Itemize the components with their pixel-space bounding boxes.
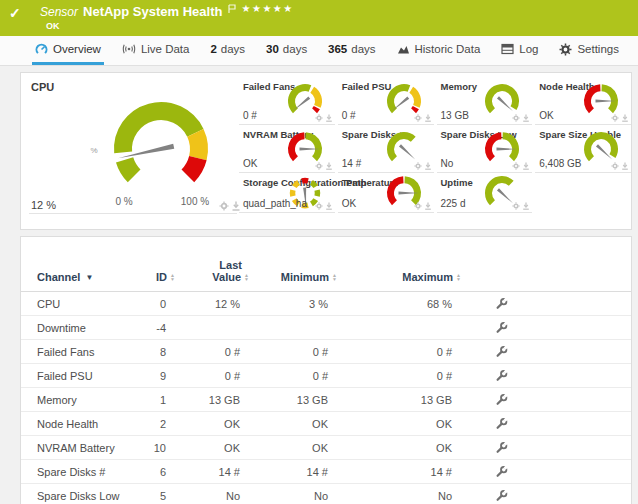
sensor-header: ✓ Sensor NetApp System Health ★★★★★ OK: [0, 0, 638, 36]
channel-id: 2: [137, 418, 175, 430]
channel-settings-gear-icon[interactable]: [414, 114, 422, 122]
table-row[interactable]: Failed PSU 9 0 # 0 # 0 #: [21, 364, 631, 388]
column-header-maximum[interactable]: Maximum ▲▼: [337, 271, 461, 283]
channel-id: -4: [137, 322, 175, 334]
gauge-tile-uptime[interactable]: Uptime 225 d: [437, 173, 533, 213]
header-label: Channel: [37, 271, 80, 283]
gauge-tile-nvram-battery[interactable]: NVRAM Battery OK: [239, 125, 335, 173]
channel-name: Node Health: [37, 418, 137, 430]
small-gauge-grid: Failed Fans 0 # Failed PSU 0 # Memory 13…: [239, 77, 631, 213]
column-header-id[interactable]: ID ▲▼: [137, 271, 175, 283]
channel-last-value: OK: [175, 418, 249, 430]
channel-maximum: 0 #: [337, 346, 461, 358]
table-row[interactable]: Node Health 2 OK OK OK: [21, 412, 631, 436]
channel-minimum: No: [249, 490, 337, 502]
tab-historic-data[interactable]: Historic Data: [394, 36, 484, 65]
channel-name: Failed Fans: [37, 346, 137, 358]
channel-settings-gear-icon[interactable]: [611, 162, 619, 170]
channel-table-panel: Channel ▼ ID ▲▼ Last Value▲▼ Minimum ▲▼ …: [20, 236, 632, 504]
pin-download-icon[interactable]: [522, 114, 530, 122]
pin-download-icon[interactable]: [621, 162, 629, 170]
column-header-minimum[interactable]: Minimum ▲▼: [249, 271, 337, 283]
channel-settings-wrench-icon[interactable]: [495, 345, 508, 358]
channel-maximum: 14 #: [337, 466, 461, 478]
channel-maximum: 13 GB: [337, 394, 461, 406]
channel-id: 5: [137, 490, 175, 502]
gauge-tile-temperature[interactable]: Temperature OK: [338, 173, 434, 213]
tile-value: 6,408 GB: [539, 158, 581, 169]
gauge-tile-storage-configuration-path[interactable]: Storage Configuration Path quad_path_ha: [239, 173, 335, 213]
header-label: Maximum: [402, 271, 453, 283]
channel-id: 1: [137, 394, 175, 406]
table-row[interactable]: Spare Disks # 6 14 # 14 # 14 #: [21, 460, 631, 484]
channel-minimum: 13 GB: [249, 394, 337, 406]
gauge-tile-spare-size-usable[interactable]: Spare Size Usable 6,408 GB: [535, 125, 631, 173]
channel-name: Failed PSU: [37, 370, 137, 382]
tab-label: Log: [519, 43, 538, 55]
tile-value: 0 #: [342, 110, 356, 121]
channel-settings-wrench-icon[interactable]: [495, 441, 508, 454]
channel-settings-wrench-icon[interactable]: [495, 393, 508, 406]
gauge-tile-spare-disks-low[interactable]: Spare Disks Low No: [437, 125, 533, 173]
table-row[interactable]: Failed Fans 8 0 # 0 # 0 #: [21, 340, 631, 364]
priority-flag-icon[interactable]: [228, 4, 236, 14]
channel-last-value: 12 %: [175, 298, 249, 310]
channel-settings-wrench-icon[interactable]: [495, 489, 508, 502]
gauge-tile-node-health[interactable]: Node Health OK: [535, 77, 631, 125]
column-header-last-value[interactable]: Last Value▲▼: [175, 259, 249, 283]
priority-stars[interactable]: ★★★★★: [241, 3, 293, 14]
pin-download-icon[interactable]: [621, 114, 629, 122]
tile-value: 0 #: [243, 110, 257, 121]
tile-value: 14 #: [342, 158, 361, 169]
channel-settings-gear-icon[interactable]: [315, 202, 323, 210]
pin-download-icon[interactable]: [424, 202, 432, 210]
tab-label: days: [283, 43, 307, 55]
channel-minimum: OK: [249, 442, 337, 454]
pin-download-icon[interactable]: [522, 202, 530, 210]
tab-overview[interactable]: Overview: [32, 36, 104, 65]
tab-label: Overview: [53, 43, 101, 55]
channel-settings-gear-icon[interactable]: [512, 202, 520, 210]
cpu-gauge-title: CPU: [31, 81, 54, 93]
gauge-tile-failed-psu[interactable]: Failed PSU 0 #: [338, 77, 434, 125]
svg-text:0 %: 0 %: [115, 196, 132, 207]
channel-id: 9: [137, 370, 175, 382]
tab-settings[interactable]: Settings: [556, 36, 622, 65]
channel-id: 6: [137, 466, 175, 478]
channel-settings-wrench-icon[interactable]: [495, 465, 508, 478]
channel-last-value: OK: [175, 442, 249, 454]
channel-settings-gear-icon[interactable]: [414, 202, 422, 210]
channel-settings-gear-icon[interactable]: [315, 114, 323, 122]
channel-id: 0: [137, 298, 175, 310]
channel-settings-wrench-icon[interactable]: [495, 369, 508, 382]
table-row[interactable]: Downtime -4: [21, 316, 631, 340]
channel-settings-wrench-icon[interactable]: [495, 297, 508, 310]
channel-settings-gear-icon[interactable]: [219, 201, 229, 211]
gauge-tile-spare-disks[interactable]: Spare Disks # 14 #: [338, 125, 434, 173]
table-row[interactable]: CPU 0 12 % 3 % 68 %: [21, 292, 631, 316]
tab-2-days[interactable]: 2 days: [207, 36, 248, 65]
pin-download-icon[interactable]: [424, 114, 432, 122]
tile-value: 13 GB: [441, 110, 469, 121]
table-row[interactable]: Memory 1 13 GB 13 GB 13 GB: [21, 388, 631, 412]
table-row[interactable]: Spare Disks Low 5 No No No: [21, 484, 631, 504]
channel-name: NVRAM Battery: [37, 442, 137, 454]
channel-settings-wrench-icon[interactable]: [495, 321, 508, 334]
channel-last-value: 14 #: [175, 466, 249, 478]
channel-settings-gear-icon[interactable]: [611, 114, 619, 122]
gauge-tile-failed-fans[interactable]: Failed Fans 0 #: [239, 77, 335, 125]
pin-download-icon[interactable]: [325, 114, 333, 122]
tab-log[interactable]: Log: [498, 36, 541, 65]
channel-settings-wrench-icon[interactable]: [495, 417, 508, 430]
column-header-channel[interactable]: Channel ▼: [37, 271, 137, 283]
tab-30-days[interactable]: 30 days: [263, 36, 310, 65]
tab-live-data[interactable]: Live Data: [119, 36, 193, 65]
channel-name: Downtime: [37, 322, 137, 334]
tab-365-days[interactable]: 365 days: [325, 36, 378, 65]
table-row[interactable]: NVRAM Battery 10 OK OK OK: [21, 436, 631, 460]
channel-settings-gear-icon[interactable]: [512, 114, 520, 122]
tab-label: days: [351, 43, 375, 55]
gauge-tile-memory[interactable]: Memory 13 GB: [437, 77, 533, 125]
pin-download-icon[interactable]: [325, 202, 333, 210]
channel-maximum: 0 #: [337, 370, 461, 382]
